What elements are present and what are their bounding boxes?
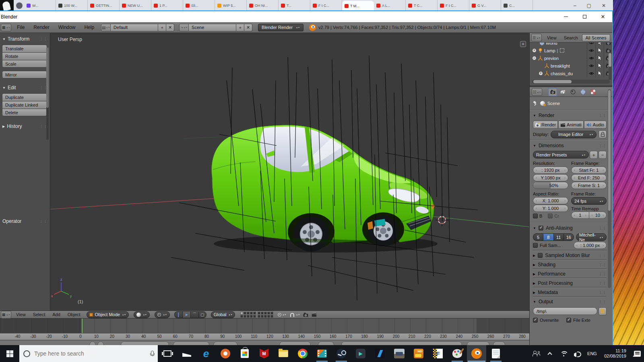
microphone-icon[interactable]	[150, 351, 154, 357]
taskbar-clock[interactable]: 11:1902/08/2019	[600, 348, 630, 359]
browser-tab[interactable]: W...	[24, 0, 56, 11]
maximize-button[interactable]	[575, 11, 594, 22]
outliner-item-breaklight[interactable]: breaklight	[530, 62, 612, 70]
remap-new-field[interactable]: ‹10›	[589, 212, 607, 219]
motion-blur-checkbox[interactable]	[538, 253, 543, 258]
viewport-editor-type-selector[interactable]: ▦▲▼	[1, 311, 11, 319]
duplicate-button[interactable]: Duplicate	[2, 93, 47, 101]
translate-manipulator-button[interactable]: ➤	[182, 311, 190, 318]
keep-ui-button[interactable]	[599, 130, 607, 138]
rotate-manipulator-button[interactable]: ⌒	[190, 311, 198, 318]
selectability-toggle[interactable]	[595, 54, 604, 62]
visibility-toggle[interactable]	[587, 70, 595, 77]
properties-editor-type-selector[interactable]: ☷▲▼	[532, 88, 542, 96]
frame-end-field[interactable]: ‹End F: 250›	[571, 174, 607, 181]
pin-icon[interactable]	[533, 101, 538, 106]
remove-preset-button[interactable]: −	[599, 151, 607, 159]
tab-scene[interactable]	[568, 88, 577, 96]
panel-header-output[interactable]: ▼Output⋮⋮	[533, 297, 607, 306]
render-animation-button[interactable]: Animati	[558, 121, 584, 129]
border-checkbox[interactable]	[533, 214, 538, 218]
screen-layout-field[interactable]: Default	[111, 24, 158, 31]
taskbar-app-chrome[interactable]	[293, 345, 312, 362]
window-titlebar[interactable]: Blender ✕	[0, 11, 612, 22]
render-toggle[interactable]	[604, 43, 612, 47]
delete-layout-button[interactable]: ✕	[166, 24, 174, 31]
taskbar-app-design-tool[interactable]	[370, 345, 390, 362]
viewport-menu-object[interactable]: Object	[64, 312, 84, 317]
start-button[interactable]	[0, 345, 19, 362]
aa-filter-dropdown[interactable]: Mitchell-Ne▲▼	[576, 233, 607, 241]
action-center-button[interactable]	[630, 345, 644, 362]
selectability-toggle[interactable]	[595, 70, 604, 77]
timeline-playhead[interactable]	[82, 319, 83, 333]
frame-start-field[interactable]: ‹Start Fr: 1›	[571, 167, 607, 174]
collapse-icon[interactable]: −	[532, 56, 537, 60]
render-opengl-anim-button[interactable]	[310, 312, 318, 317]
wifi-button[interactable]	[557, 345, 570, 362]
full-sample-checkbox[interactable]	[533, 243, 538, 248]
panel-header-sampled-motion-blur[interactable]: ▶Sampled Motion Blur⋮⋮	[533, 251, 607, 260]
browser-tab[interactable]: G V...	[469, 0, 501, 11]
outliner-scope-dropdown[interactable]: All Scenes	[582, 34, 610, 41]
tab-texture[interactable]	[588, 88, 597, 96]
browser-tab[interactable]: GETTIN...	[88, 0, 120, 11]
overwrite-checkbox[interactable]	[533, 318, 538, 323]
browser-tab[interactable]: F t C...	[310, 0, 342, 11]
browser-tab[interactable]: Sli...	[183, 0, 215, 11]
pivot-point-dropdown[interactable]: ▲▼	[155, 311, 170, 318]
taskbar-app-paint[interactable]	[448, 345, 467, 362]
n-panel-expand-icon[interactable]: +	[520, 41, 526, 47]
people-button[interactable]	[529, 345, 543, 362]
add-layout-button[interactable]: ＋	[158, 24, 166, 31]
taskbar-app-prezi[interactable]	[216, 345, 235, 362]
menu-window[interactable]: Window	[54, 25, 80, 30]
panel-header-transform[interactable]: ▼Transform⋮⋮	[0, 35, 50, 43]
panel-header-history[interactable]: ▶History⋮⋮	[0, 123, 50, 130]
visibility-toggle[interactable]	[587, 47, 595, 54]
crop-checkbox[interactable]	[548, 214, 553, 218]
taskbar-app-blender[interactable]	[467, 345, 486, 362]
browser-tab[interactable]: T...	[279, 0, 310, 11]
outliner-vertical-scrollbar[interactable]	[609, 53, 611, 80]
duplicate-linked-button[interactable]: Duplicate Linked	[2, 101, 47, 109]
scene-name-field[interactable]: Scene	[189, 24, 236, 31]
browser-tab[interactable]: T M...	[342, 1, 374, 11]
fps-dropdown[interactable]: 24 fps▲▼	[571, 197, 607, 205]
browser-tab[interactable]: 1 P...	[151, 0, 183, 11]
add-preset-button[interactable]: ＋	[590, 151, 598, 159]
selectability-toggle[interactable]	[595, 62, 604, 70]
visibility-toggle[interactable]	[587, 54, 595, 62]
output-path-field[interactable]: /tmp\	[533, 307, 597, 315]
browser-minimize-button[interactable]: –	[574, 3, 576, 8]
taskbar-app-store[interactable]	[235, 345, 254, 362]
panel-header-post-processing[interactable]: ▶Post Processing⋮⋮	[533, 278, 607, 288]
scene-selector-icon[interactable]: ◔▲▼	[179, 24, 189, 31]
add-scene-button[interactable]: ＋	[236, 24, 244, 31]
display-dropdown[interactable]: Image Editor▲▼	[551, 131, 597, 138]
menu-help[interactable]: Help	[80, 25, 99, 30]
outliner-menu-search[interactable]: Search	[561, 35, 581, 40]
panel-header-dimensions[interactable]: ▼Dimensions⋮⋮	[533, 142, 607, 150]
pixel-size-field[interactable]: ‹: 1.000 px›	[574, 242, 607, 249]
panel-header-performance[interactable]: ▶Performance⋮⋮	[533, 269, 607, 278]
outliner-item-world[interactable]: World	[530, 43, 612, 47]
aa-samples-5[interactable]: 5	[533, 233, 543, 241]
orientation-dropdown[interactable]: Global▲▼	[211, 311, 235, 318]
tool-shelf-scrollbar[interactable]	[46, 47, 49, 140]
viewport-shading-dropdown[interactable]: ▲▼	[134, 311, 150, 318]
volume-button[interactable]	[570, 345, 584, 362]
visibility-toggle[interactable]	[587, 43, 595, 47]
resolution-x-field[interactable]: ‹: 1920 px›	[533, 167, 568, 174]
browser-tab[interactable]: C...	[501, 0, 533, 11]
timeline-editor[interactable]: -40-30-20-100102030405060708090100110120…	[0, 319, 529, 340]
panel-header-render[interactable]: ▼Render⋮⋮	[533, 111, 607, 119]
aa-samples-16[interactable]: 16	[564, 233, 574, 241]
taskbar-search-input[interactable]	[34, 350, 146, 357]
taskbar-app-racing-game[interactable]: HD	[409, 345, 428, 362]
aspect-x-field[interactable]: ‹X: 1.000›	[533, 197, 568, 204]
translate-button[interactable]: Translate	[2, 45, 47, 52]
frame-step-field[interactable]: ‹Frame S: 1›	[571, 182, 607, 189]
tab-render-layers[interactable]	[558, 88, 567, 96]
minimize-button[interactable]	[557, 11, 575, 22]
